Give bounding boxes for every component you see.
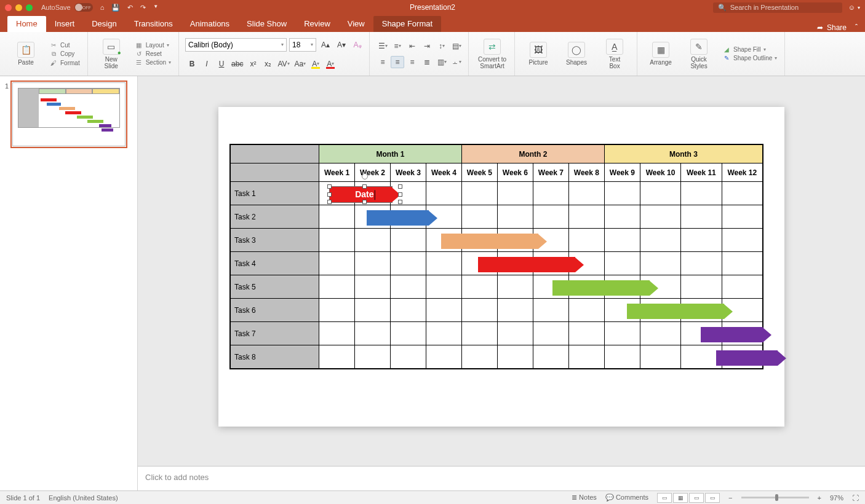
- comments-toggle[interactable]: 💬 Comments: [605, 494, 648, 502]
- slide-thumbnail-1[interactable]: [12, 82, 126, 146]
- convert-smartart-button[interactable]: ⇄ Convert to SmartArt: [475, 39, 509, 69]
- tab-home[interactable]: Home: [7, 16, 46, 32]
- collapse-ribbon-icon[interactable]: ˆ: [855, 23, 858, 32]
- gantt-bar-task-7[interactable]: [701, 327, 771, 342]
- feedback-more-icon[interactable]: ▾: [858, 5, 860, 10]
- gantt-bar-task-4[interactable]: [478, 257, 584, 272]
- cut-button[interactable]: ✂Cut: [47, 41, 82, 49]
- tab-review[interactable]: Review: [295, 16, 339, 32]
- normal-view-button[interactable]: ▭: [657, 493, 672, 503]
- align-left-button[interactable]: ≡: [376, 56, 389, 68]
- qat-more-icon[interactable]: ▼: [153, 4, 158, 12]
- new-slide-button[interactable]: ▭● New Slide: [94, 39, 129, 69]
- tab-transitions[interactable]: Transitions: [126, 16, 181, 32]
- home-icon[interactable]: ⌂: [100, 4, 105, 12]
- tab-shape-format[interactable]: Shape Format: [373, 16, 441, 32]
- highlight-button[interactable]: A▾: [309, 58, 322, 70]
- selection-handle[interactable]: [398, 192, 402, 197]
- fit-window-button[interactable]: ⛶: [852, 494, 859, 502]
- subscript-button[interactable]: x₂: [261, 58, 274, 70]
- language-label[interactable]: English (United States): [49, 494, 118, 502]
- bullets-button[interactable]: ☰▾: [376, 40, 389, 52]
- rotation-handle[interactable]: [362, 173, 368, 179]
- gantt-bar-task-3[interactable]: [441, 234, 547, 249]
- minimize-window-button[interactable]: [15, 4, 22, 11]
- layout-button[interactable]: ▦Layout▾: [132, 41, 173, 49]
- zoom-in-button[interactable]: +: [818, 494, 821, 502]
- gantt-bar-task-2[interactable]: [367, 210, 437, 226]
- gantt-bar-task-5[interactable]: [552, 280, 658, 296]
- maximize-window-button[interactable]: [26, 4, 33, 11]
- share-button[interactable]: ➦ Share ˆ: [817, 23, 858, 32]
- gantt-table[interactable]: Month 1 Month 2 Month 3 Week 1 Week 2 We…: [229, 144, 763, 369]
- align-right-button[interactable]: ≡: [405, 56, 419, 68]
- quick-styles-button[interactable]: ✎Quick Styles: [682, 39, 716, 69]
- selection-handle[interactable]: [327, 184, 332, 189]
- decrease-font-button[interactable]: A▾: [335, 39, 348, 51]
- copy-button[interactable]: ⧉Copy: [47, 50, 82, 58]
- zoom-slider[interactable]: [741, 497, 809, 498]
- text-direction-button[interactable]: ▤▾: [450, 40, 463, 52]
- canvas-scroll[interactable]: Month 1 Month 2 Month 3 Week 1 Week 2 We…: [138, 76, 865, 466]
- slideshow-view-button[interactable]: ▭: [705, 493, 720, 503]
- autosave-toggle[interactable]: AutoSave OFF: [41, 3, 93, 12]
- feedback-icon[interactable]: ☺: [848, 4, 855, 11]
- gantt-bar-task-6[interactable]: [627, 304, 733, 319]
- line-spacing-button[interactable]: ↕▾: [435, 40, 448, 52]
- search-presentation[interactable]: 🔍 Search in Presentation: [713, 2, 842, 13]
- reading-view-button[interactable]: ▭: [689, 493, 704, 503]
- zoom-out-button[interactable]: −: [728, 494, 732, 502]
- zoom-level[interactable]: 97%: [830, 494, 843, 502]
- selection-handle[interactable]: [327, 192, 332, 197]
- increase-indent-button[interactable]: ⇥: [420, 40, 434, 52]
- notes-pane[interactable]: Click to add notes: [138, 466, 865, 490]
- align-text-button[interactable]: ⫠▾: [450, 56, 463, 68]
- redo-icon[interactable]: ↷: [140, 4, 146, 12]
- shape-outline-button[interactable]: ✎Shape Outline▾: [720, 54, 779, 62]
- slide-counter[interactable]: Slide 1 of 1: [6, 494, 40, 502]
- gantt-bar-task-1[interactable]: Date: [330, 187, 401, 202]
- bold-button[interactable]: B: [185, 58, 199, 70]
- font-family-select[interactable]: Calibri (Body)▾: [185, 38, 287, 52]
- paste-button[interactable]: 📋 Paste: [9, 42, 43, 66]
- format-painter-button[interactable]: 🖌Format: [47, 59, 82, 67]
- tab-animations[interactable]: Animations: [181, 16, 238, 32]
- save-icon[interactable]: 💾: [111, 4, 120, 12]
- clear-format-button[interactable]: Aᵩ: [351, 39, 364, 51]
- close-window-button[interactable]: [5, 4, 12, 11]
- decrease-indent-button[interactable]: ⇤: [405, 40, 419, 52]
- slide-canvas[interactable]: Month 1 Month 2 Month 3 Week 1 Week 2 We…: [218, 107, 784, 427]
- increase-font-button[interactable]: A▴: [319, 39, 332, 51]
- arrange-button[interactable]: ▦Arrange: [644, 42, 678, 66]
- autosave-switch[interactable]: OFF: [74, 3, 93, 12]
- notes-toggle[interactable]: ≣ Notes: [572, 494, 597, 502]
- underline-button[interactable]: U: [215, 58, 228, 70]
- selection-handle[interactable]: [362, 184, 367, 189]
- picture-button[interactable]: 🖼Picture: [521, 42, 556, 66]
- strike-button[interactable]: abc: [229, 58, 245, 70]
- gantt-bar-label[interactable]: Date: [355, 189, 375, 200]
- tab-view[interactable]: View: [339, 16, 373, 32]
- selection-handle[interactable]: [398, 184, 402, 189]
- tab-slideshow[interactable]: Slide Show: [238, 16, 295, 32]
- columns-button[interactable]: ▥▾: [435, 56, 448, 68]
- reset-button[interactable]: ↺Reset: [132, 50, 173, 58]
- font-size-select[interactable]: 18▾: [289, 38, 316, 52]
- selection-handle[interactable]: [398, 200, 402, 204]
- align-center-button[interactable]: ≡: [391, 56, 404, 68]
- italic-button[interactable]: I: [200, 58, 213, 70]
- numbering-button[interactable]: ≡▾: [391, 40, 404, 52]
- shape-fill-button[interactable]: ◢Shape Fill▾: [720, 45, 779, 53]
- change-case-button[interactable]: Aa▾: [293, 58, 308, 70]
- sorter-view-button[interactable]: ▦: [673, 493, 688, 503]
- justify-button[interactable]: ≣: [420, 56, 434, 68]
- textbox-button[interactable]: A̲Text Box: [597, 39, 632, 69]
- gantt-bar-task-8[interactable]: [716, 350, 787, 366]
- section-button[interactable]: ☰Section▾: [132, 58, 173, 66]
- undo-icon[interactable]: ↶: [127, 4, 133, 12]
- tab-insert[interactable]: Insert: [46, 16, 84, 32]
- tab-design[interactable]: Design: [83, 16, 125, 32]
- superscript-button[interactable]: x²: [246, 58, 260, 70]
- selection-handle[interactable]: [362, 200, 367, 204]
- shapes-button[interactable]: ◯Shapes: [559, 42, 594, 66]
